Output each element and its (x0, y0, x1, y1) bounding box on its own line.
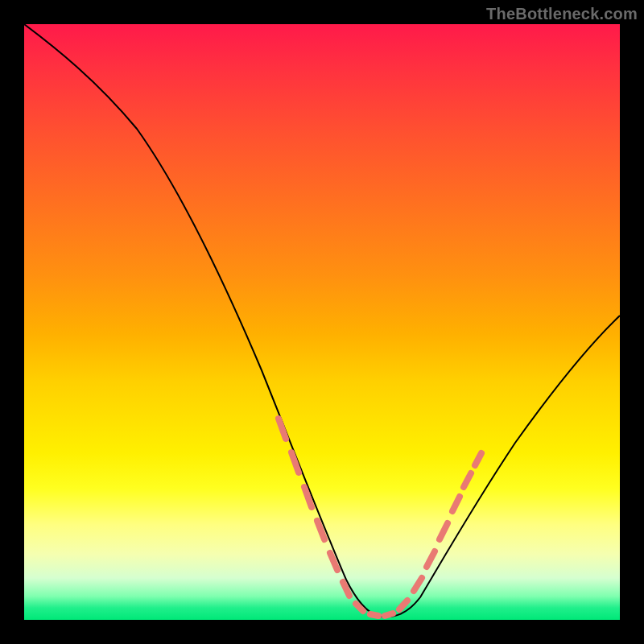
marker-dot (475, 453, 481, 465)
marker-dot (279, 419, 286, 439)
watermark-text: TheBottleneck.com (486, 5, 638, 23)
marker-dot (291, 452, 299, 473)
marker-dot (464, 473, 471, 487)
marker-dot (399, 601, 407, 609)
marker-dot (304, 487, 312, 507)
curve-svg (24, 24, 620, 620)
marker-dot (385, 613, 393, 616)
marker-dot (452, 497, 460, 511)
chart-container: TheBottleneck.com (0, 0, 644, 644)
marker-dot (427, 551, 435, 567)
marker-dot (370, 614, 378, 616)
highlight-markers (279, 419, 481, 616)
marker-dot (414, 578, 422, 591)
marker-dot (440, 523, 448, 539)
plot-area (24, 24, 620, 620)
